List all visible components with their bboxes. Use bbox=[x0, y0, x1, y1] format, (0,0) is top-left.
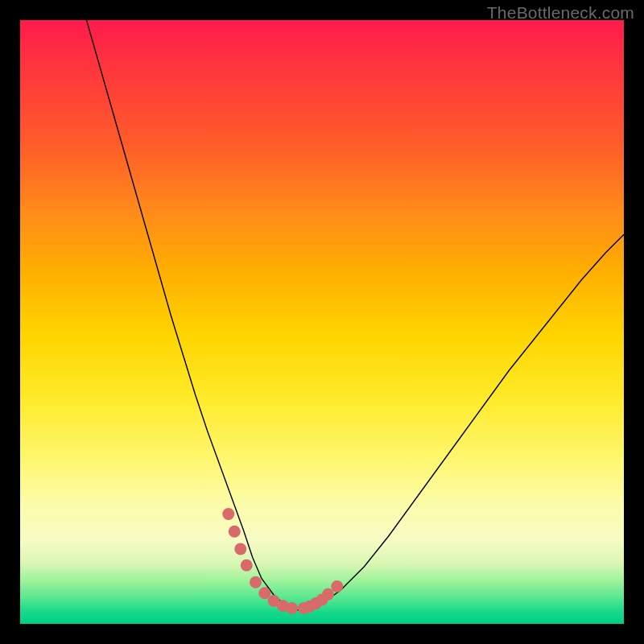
chart-gradient-area bbox=[20, 20, 624, 624]
highlight-marker bbox=[234, 543, 246, 555]
highlight-marker bbox=[222, 508, 234, 520]
highlight-marker bbox=[241, 559, 253, 572]
highlight-marker bbox=[250, 576, 262, 588]
watermark-text: TheBottleneck.com bbox=[487, 3, 634, 23]
bottleneck-curve bbox=[87, 20, 625, 610]
highlight-marker bbox=[229, 526, 241, 538]
highlight-marker bbox=[286, 602, 298, 614]
highlight-marker-group bbox=[222, 508, 343, 614]
bottleneck-chart bbox=[20, 20, 624, 624]
highlight-marker bbox=[331, 580, 343, 592]
